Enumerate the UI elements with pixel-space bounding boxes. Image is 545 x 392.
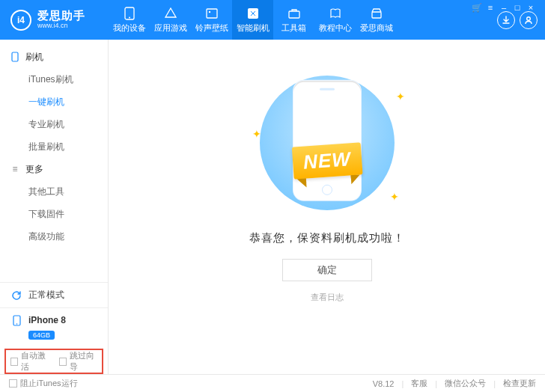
device-row[interactable]: iPhone 8 64GB (0, 308, 108, 347)
svg-point-10 (16, 323, 17, 325)
bottom-options-highlight: 自动激活 跳过向导 (4, 349, 103, 374)
sidebar-item-other-tools[interactable]: 其他工具 (0, 180, 108, 203)
nav-toolbox[interactable]: 工具箱 (273, 0, 314, 40)
device-mode-row[interactable]: 正常模式 (0, 283, 108, 308)
sidebar-section-flash[interactable]: 刷机 (0, 46, 108, 68)
nav-ringtone[interactable]: 铃声壁纸 (191, 0, 232, 40)
apps-icon (164, 7, 177, 20)
nav-apps[interactable]: 应用游戏 (150, 0, 191, 40)
app-url: www.i4.cn (37, 22, 85, 30)
block-itunes-checkbox[interactable]: 阻止iTunes运行 (9, 378, 78, 389)
svg-rect-8 (12, 52, 18, 61)
sidebar-item-oneclick-flash[interactable]: 一键刷机 (0, 91, 108, 113)
sparkle-icon: ✦ (396, 91, 405, 102)
checkbox-icon (59, 358, 67, 366)
app-header: i4 爱思助手 www.i4.cn 我的设备 应用游戏 铃声壁纸 智能刷机 工具… (0, 0, 545, 40)
menu-button[interactable]: ≡ (485, 2, 496, 13)
svg-rect-2 (207, 9, 217, 18)
toolbox-icon (287, 7, 301, 20)
sidebar-item-advanced[interactable]: 高级功能 (0, 225, 108, 248)
sidebar-section-more[interactable]: ≡ 更多 (0, 158, 108, 180)
sidebar-item-itunes-flash[interactable]: iTunes刷机 (0, 68, 108, 91)
download-button[interactable] (497, 11, 515, 29)
nav-my-device[interactable]: 我的设备 (109, 0, 150, 40)
device-capacity-badge: 64GB (28, 331, 55, 340)
nav-flash[interactable]: 智能刷机 (232, 0, 273, 40)
success-message: 恭喜您，保资料刷机成功啦！ (249, 231, 405, 245)
image-icon (205, 7, 219, 20)
skip-guide-checkbox[interactable]: 跳过向导 (59, 350, 97, 373)
app-title: 爱思助手 (37, 10, 85, 22)
device-icon (10, 314, 22, 326)
phone-icon (123, 7, 136, 20)
sidebar: 刷机 iTunes刷机 一键刷机 专业刷机 批量刷机 ≡ 更多 其他工具 下载固… (0, 40, 109, 374)
main-content: NEW ✦ ✦ ✦ 恭喜您，保资料刷机成功啦！ 确定 查看日志 (109, 40, 545, 374)
logo-icon: i4 (10, 10, 31, 31)
phone-outline-icon (10, 52, 19, 61)
check-update-link[interactable]: 检查更新 (503, 378, 536, 389)
checkbox-icon (10, 358, 18, 366)
support-link[interactable]: 客服 (411, 378, 427, 389)
checkbox-icon (9, 379, 17, 388)
auto-activate-checkbox[interactable]: 自动激活 (10, 350, 49, 373)
device-name: iPhone 8 (28, 315, 66, 325)
sidebar-item-batch-flash[interactable]: 批量刷机 (0, 135, 108, 158)
svg-point-1 (129, 16, 130, 18)
svg-rect-5 (289, 11, 299, 18)
refresh-icon (10, 290, 22, 301)
svg-point-3 (208, 10, 210, 12)
sparkle-icon: ✦ (252, 128, 261, 140)
sidebar-item-pro-flash[interactable]: 专业刷机 (0, 113, 108, 135)
book-icon (329, 7, 342, 20)
sidebar-item-download-firmware[interactable]: 下载固件 (0, 203, 108, 225)
device-mode-label: 正常模式 (28, 289, 64, 301)
view-log-link[interactable]: 查看日志 (311, 292, 344, 303)
maximize-button[interactable]: □ (512, 2, 523, 13)
minimize-button[interactable]: – (499, 2, 509, 13)
flash-icon (246, 7, 260, 20)
store-icon (370, 7, 383, 20)
window-controls: 🛒 ≡ – □ × (472, 2, 536, 13)
sparkle-icon: ✦ (390, 191, 399, 203)
version-label: V8.12 (373, 379, 395, 388)
main-nav: 我的设备 应用游戏 铃声壁纸 智能刷机 工具箱 教程中心 爱思商城 (109, 0, 497, 40)
user-button[interactable] (520, 11, 538, 29)
footer-bar: 阻止iTunes运行 V8.12 | 客服 | 微信公众号 | 检查更新 (0, 374, 545, 392)
cart-button[interactable]: 🛒 (472, 2, 482, 13)
wechat-link[interactable]: 微信公众号 (445, 378, 486, 389)
success-illustration: NEW ✦ ✦ ✦ (245, 68, 409, 218)
menu-icon: ≡ (10, 165, 19, 174)
svg-rect-6 (372, 12, 381, 18)
nav-store[interactable]: 爱思商城 (356, 0, 397, 40)
nav-tutorial[interactable]: 教程中心 (314, 0, 356, 40)
svg-point-7 (527, 16, 531, 20)
app-logo[interactable]: i4 爱思助手 www.i4.cn (0, 0, 109, 40)
confirm-button[interactable]: 确定 (282, 259, 372, 281)
close-button[interactable]: × (526, 2, 536, 13)
new-ribbon: NEW (291, 142, 362, 179)
